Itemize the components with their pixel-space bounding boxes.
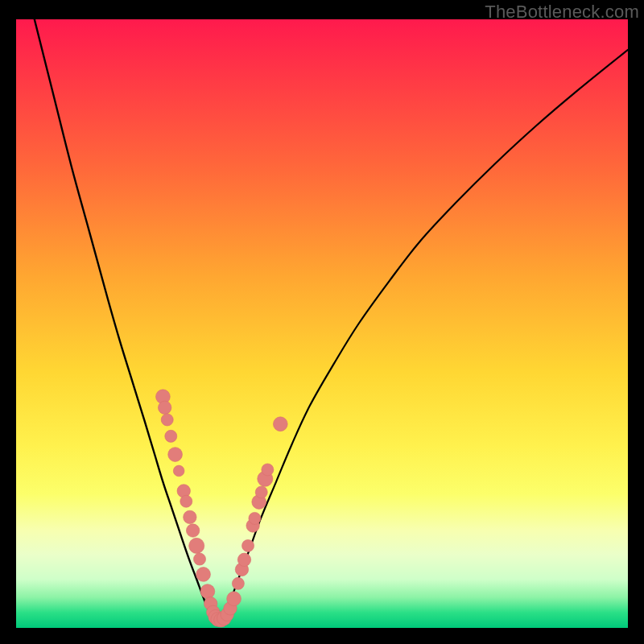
data-marker [196,568,211,582]
data-marker [249,512,261,524]
data-marker [262,464,274,476]
markers-svg [16,19,628,628]
chart-stage: TheBottleneck.com [0,0,644,644]
data-marker [227,592,242,606]
data-marker [242,539,254,551]
data-marker [168,448,183,462]
data-marker [237,553,250,566]
data-marker [273,417,287,431]
data-marker [165,430,177,442]
data-marker [189,538,204,553]
data-marker [158,401,171,414]
data-marker [200,584,215,599]
data-marker [180,495,192,507]
data-marker [161,414,173,426]
data-marker [255,486,267,498]
data-marker [193,553,205,565]
data-marker [232,577,244,589]
data-marker [184,510,196,523]
plot-area [16,19,628,628]
data-marker [173,465,184,477]
data-marker [186,524,199,537]
